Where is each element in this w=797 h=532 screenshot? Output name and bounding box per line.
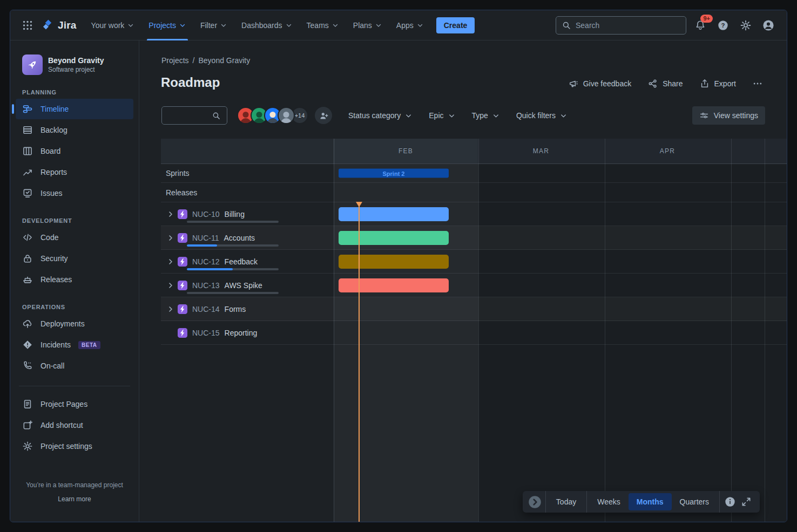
scroll-right-button[interactable] — [527, 494, 543, 510]
sidebar-item-label: Releases — [40, 275, 72, 284]
profile-button[interactable] — [760, 17, 777, 34]
document-icon — [22, 399, 33, 410]
epic-filter[interactable]: Epic — [429, 111, 455, 120]
project-header[interactable]: Beyond Gravity Software project — [10, 54, 139, 75]
jira-logo-icon — [42, 19, 54, 31]
user-avatar[interactable] — [278, 107, 295, 124]
issues-icon — [22, 188, 33, 199]
desktop-background: Jira Your work Projects Filter Dashboard… — [0, 0, 797, 532]
sidebar-item-reports[interactable]: Reports — [16, 162, 133, 182]
sidebar-item-code[interactable]: Code — [16, 227, 133, 248]
sidebar-item-deployments[interactable]: Deployments — [16, 313, 133, 334]
epic-bar-aws-spike[interactable] — [339, 278, 449, 292]
expand-chevron-icon[interactable] — [166, 281, 175, 290]
epic-bar-feedback[interactable] — [339, 255, 449, 269]
today-marker-triangle[interactable] — [356, 202, 362, 207]
sidebar-item-label: Board — [40, 147, 60, 155]
epic-bar-billing[interactable] — [339, 207, 449, 221]
chevron-down-icon — [127, 22, 134, 29]
epic-name[interactable]: Reporting — [225, 329, 258, 337]
export-button[interactable]: Export — [699, 78, 736, 89]
timeline-info-button[interactable] — [722, 494, 738, 510]
epic-name[interactable]: Forms — [225, 305, 246, 313]
create-button[interactable]: Create — [436, 17, 475, 33]
epic-progress-track — [187, 292, 279, 294]
chevron-circle-right-icon — [528, 495, 542, 509]
epic-name[interactable]: Accounts — [224, 234, 255, 242]
expand-icon — [741, 496, 752, 507]
sidebar-item-releases[interactable]: Releases — [16, 269, 133, 290]
epic-name[interactable]: Feedback — [225, 257, 258, 266]
sprints-row: Sprints Sprint 2 — [161, 164, 787, 183]
sidebar-item-incidents[interactable]: Incidents BETA — [16, 335, 133, 355]
zoom-weeks-button[interactable]: Weeks — [589, 493, 629, 510]
give-feedback-button[interactable]: Give feedback — [568, 78, 632, 89]
sprint-bar[interactable]: Sprint 2 — [339, 169, 449, 178]
learn-more-link[interactable]: Learn more — [10, 495, 139, 503]
timeline-search-input[interactable] — [166, 112, 212, 120]
month-header-mar: MAR — [478, 139, 604, 163]
epic-bar-accounts[interactable] — [339, 231, 449, 245]
expand-chevron-icon[interactable] — [166, 210, 175, 219]
list-timeline-divider[interactable] — [334, 139, 334, 522]
sidebar-item-add-shortcut[interactable]: Add shortcut — [16, 415, 133, 435]
sidebar-item-project-settings[interactable]: Project settings — [16, 436, 133, 456]
zoom-quarters-button[interactable]: Quarters — [672, 493, 717, 510]
help-button[interactable]: ? — [714, 17, 732, 34]
sidebar-item-project-pages[interactable]: Project Pages — [16, 394, 133, 414]
sidebar-item-board[interactable]: Board — [16, 141, 133, 161]
notifications-button[interactable]: 9+ — [692, 17, 709, 34]
section-label-development: DEVELOPMENT — [22, 217, 139, 224]
sidebar-item-label: Backlog — [40, 126, 67, 134]
epic-key: NUC-15 — [192, 329, 220, 337]
global-search-input[interactable] — [576, 21, 680, 30]
nav-item-filter[interactable]: Filter — [193, 10, 234, 40]
sidebar-item-label: Deployments — [40, 319, 85, 328]
settings-button[interactable] — [737, 17, 754, 34]
add-shortcut-icon — [22, 420, 33, 431]
jira-logo[interactable]: Jira — [42, 19, 77, 31]
sidebar-item-oncall[interactable]: On-call — [16, 356, 133, 376]
sidebar-item-security[interactable]: Security — [16, 248, 133, 269]
add-people-button[interactable] — [315, 107, 332, 124]
project-title-block: Beyond Gravity Software project — [48, 56, 104, 73]
nav-item-plans[interactable]: Plans — [346, 10, 389, 40]
chevron-down-icon — [285, 22, 293, 29]
global-search[interactable] — [556, 16, 686, 35]
quick-filters[interactable]: Quick filters — [516, 111, 568, 120]
fullscreen-button[interactable] — [738, 494, 754, 510]
status-category-filter[interactable]: Status category — [348, 111, 413, 120]
main-content: Projects / Beyond Gravity Roadmap Give f… — [139, 40, 787, 522]
sidebar-item-backlog[interactable]: Backlog — [16, 120, 133, 140]
type-filter[interactable]: Type — [472, 111, 500, 120]
expand-chevron-icon[interactable] — [166, 257, 175, 266]
view-settings-button[interactable]: View settings — [692, 106, 765, 125]
nav-item-label: Plans — [353, 21, 372, 30]
more-actions-button[interactable] — [752, 78, 763, 89]
timeline-search[interactable] — [161, 106, 227, 125]
expand-chevron-icon[interactable] — [166, 305, 175, 313]
nav-item-teams[interactable]: Teams — [300, 10, 346, 40]
jira-logo-text: Jira — [58, 19, 77, 31]
epic-row-nuc-10: NUC-10 Billing — [161, 202, 787, 226]
breadcrumb-project[interactable]: Beyond Gravity — [198, 56, 250, 65]
zoom-months-button[interactable]: Months — [629, 493, 672, 510]
epic-progress-track — [187, 221, 279, 223]
epic-name[interactable]: Billing — [225, 210, 245, 219]
nav-item-apps[interactable]: Apps — [389, 10, 431, 40]
expand-chevron-icon[interactable] — [166, 234, 175, 242]
epic-name[interactable]: AWS Spike — [225, 281, 262, 290]
nav-item-your-work[interactable]: Your work — [84, 10, 142, 40]
app-switcher-button[interactable] — [19, 17, 36, 34]
chevron-down-icon — [448, 112, 456, 120]
breadcrumb-projects[interactable]: Projects — [161, 56, 189, 65]
gear-icon — [22, 441, 33, 452]
nav-item-projects[interactable]: Projects — [141, 10, 193, 40]
sidebar-item-timeline[interactable]: Timeline — [16, 99, 133, 119]
sidebar-item-issues[interactable]: Issues — [16, 183, 133, 203]
today-button[interactable]: Today — [548, 493, 584, 510]
nav-item-dashboards[interactable]: Dashboards — [234, 10, 300, 40]
timeline-icon — [22, 104, 33, 114]
share-button[interactable]: Share — [647, 78, 683, 89]
sidebar-item-label: Project settings — [40, 442, 92, 451]
